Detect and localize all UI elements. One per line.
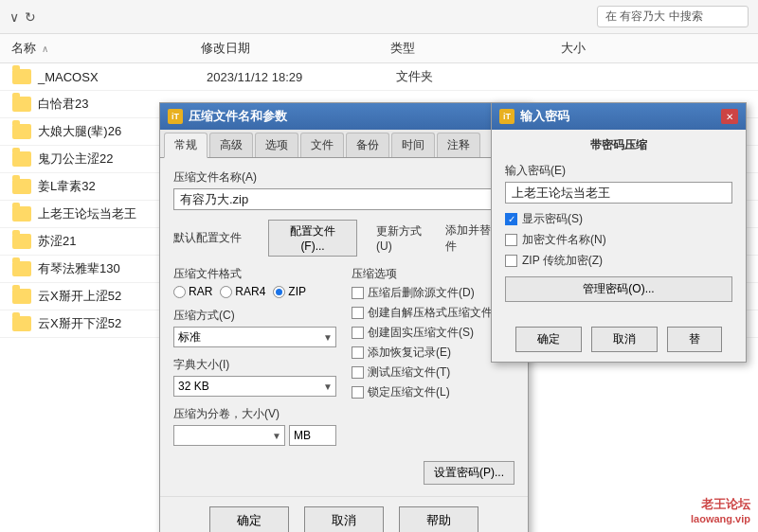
- tab-comment[interactable]: 注释: [437, 133, 480, 157]
- option-sfx-label: 创建自解压格式压缩文件(S): [368, 305, 508, 321]
- config-button[interactable]: 配置文件(F)...: [268, 220, 357, 257]
- left-col: 压缩文件格式 RAR RAR4: [173, 266, 336, 455]
- checkbox-sfx: [352, 307, 364, 319]
- radio-rar[interactable]: RAR: [173, 285, 212, 298]
- split-label: 压缩为分卷，大小(V): [173, 406, 336, 422]
- compress-help-button[interactable]: 帮助: [399, 506, 478, 532]
- radio-rar4-label: RAR4: [235, 285, 265, 298]
- watermark: 老王论坛 laowang.vip: [691, 496, 750, 524]
- radio-rar4-circle: [220, 286, 232, 298]
- format-radio-group: RAR RAR4 ZIP: [173, 285, 336, 298]
- watermark-line2: laowang.vip: [691, 513, 750, 524]
- checkbox-test: [352, 366, 364, 379]
- option-encrypt-names-label: 加密文件名称(N): [522, 232, 606, 248]
- tab-time[interactable]: 时间: [391, 133, 435, 157]
- unit-select[interactable]: MB: [289, 425, 336, 446]
- option-recovery-label: 添加恢复记录(E): [368, 345, 451, 361]
- tab-backup[interactable]: 备份: [346, 133, 389, 157]
- checkbox-encrypt-names: [505, 234, 517, 246]
- compress-dialog-footer: 确定 取消 帮助: [160, 496, 528, 532]
- option-lock[interactable]: 锁定压缩文件(L): [352, 384, 514, 400]
- pwd-input-label: 输入密码(E): [505, 163, 732, 179]
- compress-dialog-tabs: 常规 高级 选项 文件 备份 时间 注释: [160, 130, 528, 158]
- method-select-wrapper: 标准 ▼: [173, 327, 336, 347]
- dict-label: 字典大小(I): [173, 357, 336, 373]
- pwd-extra-button[interactable]: 替: [667, 327, 722, 352]
- file-browser: ∨ ↻ 在 有容乃大 中搜索 名称 ∧ 修改日期 类型 大小 _MACOSX 2…: [0, 0, 758, 532]
- filename-label: 压缩文件名称(A): [173, 169, 514, 186]
- option-zip-legacy[interactable]: ZIP 传统加密(Z): [505, 253, 732, 269]
- pwd-section-title: 带密码压缩: [492, 130, 746, 159]
- dict-select-wrapper: 32 KB ▼: [173, 376, 336, 397]
- checkbox-delete-source: [352, 287, 364, 299]
- option-test[interactable]: 测试压缩文件(T): [352, 364, 514, 381]
- two-col-section: 压缩文件格式 RAR RAR4: [173, 266, 514, 455]
- method-group: 压缩方式(C) 标准 ▼: [173, 308, 336, 347]
- filename-input[interactable]: [173, 188, 514, 210]
- dict-group: 字典大小(I) 32 KB ▼: [173, 357, 336, 397]
- pwd-dialog-body: 输入密码(E) 显示密码(S) 加密文件名称(N) ZIP 传统加密(Z): [492, 159, 746, 321]
- radio-rar4[interactable]: RAR4: [220, 285, 265, 298]
- option-delete-source-label: 压缩后删除源文件(D): [368, 285, 475, 301]
- option-show-password-label: 显示密码(S): [522, 211, 583, 227]
- tab-general[interactable]: 常规: [164, 133, 208, 158]
- config-label: 默认配置文件: [173, 230, 259, 246]
- pwd-dialog-close[interactable]: ✕: [721, 109, 738, 124]
- pwd-dialog-footer: 确定 取消 替: [492, 321, 746, 362]
- split-row: ▼ MB: [173, 425, 336, 446]
- manage-password-button[interactable]: 管理密码(O)...: [505, 276, 732, 302]
- checkbox-zip-legacy: [505, 255, 517, 267]
- split-select[interactable]: [173, 425, 285, 446]
- password-dialog: iT 输入密码 ✕ 带密码压缩 输入密码(E) 显示密码(S) 加密文件名称(N…: [491, 102, 747, 363]
- method-label: 压缩方式(C): [173, 308, 336, 324]
- compress-ok-button[interactable]: 确定: [209, 506, 289, 532]
- checkbox-lock: [352, 386, 364, 399]
- config-row: 默认配置文件 配置文件(F)... 更新方式(U) 添加并替换文件: [173, 220, 514, 257]
- option-test-label: 测试压缩文件(T): [368, 364, 450, 381]
- compress-dialog-body: 压缩文件名称(A) 默认配置文件 配置文件(F)... 更新方式(U) 添加并替…: [160, 158, 528, 496]
- compress-dialog: iT 压缩文件名和参数 ✕ 常规 高级 选项 文件 备份 时间 注释 压缩文件名…: [159, 102, 529, 532]
- pwd-cancel-button[interactable]: 取消: [591, 327, 658, 352]
- option-lock-label: 锁定压缩文件(L): [368, 384, 450, 400]
- method-select[interactable]: 标准: [173, 327, 336, 347]
- password-input[interactable]: [505, 182, 732, 204]
- pwd-dialog-title: 输入密码: [520, 108, 569, 125]
- tab-options[interactable]: 选项: [255, 133, 298, 157]
- update-label: 更新方式(U): [376, 223, 430, 253]
- tab-files[interactable]: 文件: [300, 133, 344, 157]
- watermark-line1: 老王论坛: [691, 496, 750, 513]
- winrar-icon: iT: [168, 109, 183, 124]
- compress-cancel-button[interactable]: 取消: [304, 506, 384, 532]
- option-solid-label: 创建固实压缩文件(S): [368, 325, 474, 341]
- checkbox-show-password: [505, 213, 517, 225]
- option-zip-legacy-label: ZIP 传统加密(Z): [522, 253, 603, 269]
- set-password-button[interactable]: 设置密码(P)...: [424, 461, 514, 485]
- radio-rar-label: RAR: [189, 285, 212, 298]
- checkbox-solid: [352, 327, 364, 339]
- dict-select[interactable]: 32 KB: [173, 376, 336, 397]
- radio-zip-label: ZIP: [288, 285, 306, 298]
- radio-rar-circle: [173, 286, 186, 298]
- tab-advanced[interactable]: 高级: [209, 133, 253, 157]
- pwd-options: 显示密码(S) 加密文件名称(N) ZIP 传统加密(Z): [505, 211, 732, 269]
- split-group: 压缩为分卷，大小(V) ▼ MB: [173, 406, 336, 446]
- winrar-icon-pwd: iT: [499, 109, 514, 124]
- pwd-dialog-titlebar: iT 输入密码 ✕: [492, 103, 746, 130]
- set-pwd-row: 设置密码(P)...: [173, 461, 514, 485]
- dialog-overlay: iT 压缩文件名和参数 ✕ 常规 高级 选项 文件 备份 时间 注释 压缩文件名…: [0, 0, 758, 532]
- pwd-ok-button[interactable]: 确定: [515, 327, 582, 352]
- format-label: 压缩文件格式: [173, 266, 336, 282]
- checkbox-recovery: [352, 346, 364, 359]
- filename-group: 压缩文件名称(A): [173, 169, 514, 210]
- compress-dialog-title: 压缩文件名和参数: [189, 108, 497, 125]
- radio-zip-circle: [273, 286, 285, 298]
- split-input-wrapper: ▼: [173, 425, 285, 446]
- radio-zip[interactable]: ZIP: [273, 285, 306, 298]
- format-group: 压缩文件格式 RAR RAR4: [173, 266, 336, 298]
- option-encrypt-names[interactable]: 加密文件名称(N): [505, 232, 732, 248]
- option-show-password[interactable]: 显示密码(S): [505, 211, 732, 227]
- compress-dialog-titlebar: iT 压缩文件名和参数 ✕: [160, 103, 528, 130]
